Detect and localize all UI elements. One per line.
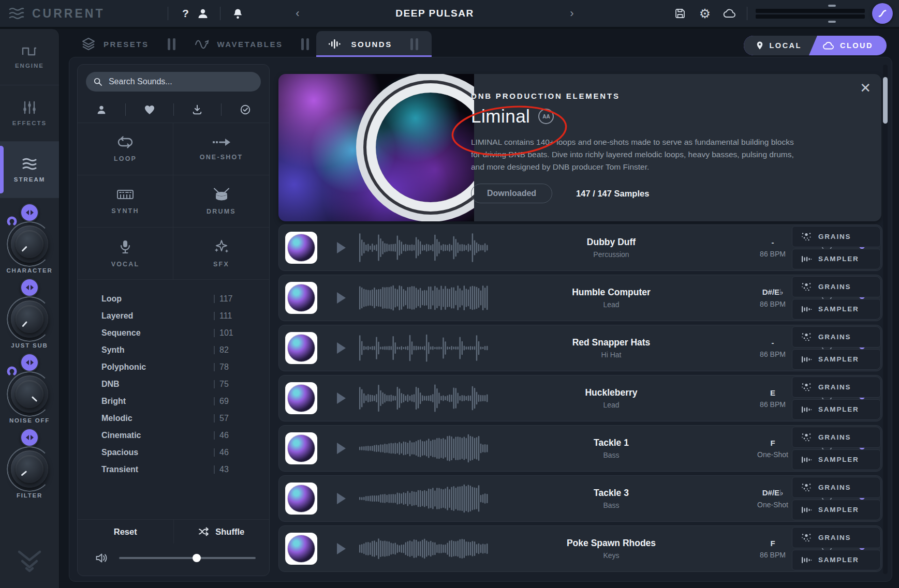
waveform[interactable] <box>359 434 489 463</box>
tag-filter-item[interactable]: Cinematic 46 <box>101 427 241 444</box>
tag-filter-item[interactable]: Polyphonic 78 <box>101 358 241 375</box>
tag-filter-item[interactable]: Transient 43 <box>101 461 241 478</box>
downloaded-button[interactable]: Downloaded <box>471 184 552 203</box>
reset-button[interactable]: Reset <box>78 520 173 544</box>
sample-row[interactable]: Dubby Duff Percussion - 86 BPM <box>278 224 882 271</box>
tag-count-divider <box>214 397 215 405</box>
macro-knob[interactable] <box>11 300 48 338</box>
sampler-button[interactable]: SAMPLER <box>792 349 881 370</box>
slider-handle[interactable] <box>828 5 836 7</box>
sample-row[interactable]: Tackle 3 Bass D#/E♭ One-Shot G <box>278 475 882 522</box>
my-sounds-filter-icon[interactable] <box>78 104 125 115</box>
preview-volume-slider[interactable] <box>119 557 256 559</box>
sampler-button[interactable]: SAMPLER <box>792 399 881 420</box>
filter-one-shot[interactable]: ONE-SHOT <box>173 123 269 175</box>
sample-row[interactable]: Red Snapper Hats Hi Hat - 86 BPM <box>278 325 882 371</box>
sampler-button[interactable]: SAMPLER <box>792 500 881 521</box>
sample-row[interactable]: Humble Computer Lead D#/E♭ 86 BPM <box>278 275 882 321</box>
close-icon[interactable]: ✕ <box>860 81 871 95</box>
sampler-button[interactable]: SAMPLER <box>792 449 881 471</box>
waveform[interactable] <box>359 484 489 513</box>
sample-row[interactable]: Tackle 1 Bass F One-Shot GRAIN <box>278 425 882 472</box>
grains-button[interactable]: GRAINS <box>792 527 881 548</box>
volume-slider-thumb[interactable] <box>193 554 201 562</box>
play-button[interactable] <box>337 493 346 504</box>
tag-filter-item[interactable]: Synth 82 <box>101 341 241 358</box>
slider-handle[interactable] <box>828 21 836 23</box>
search-input[interactable] <box>108 77 254 87</box>
tab-sounds[interactable]: SOUNDS <box>316 31 431 57</box>
waveform[interactable] <box>359 233 489 262</box>
sample-row[interactable]: Huckleberry Lead E 86 BPM GRAI <box>278 375 882 421</box>
sampler-button[interactable]: SAMPLER <box>792 299 881 320</box>
tag-filter-item[interactable]: Spacious 46 <box>101 444 241 461</box>
tag-filter-item[interactable]: Melodic 57 <box>101 410 241 427</box>
filter-sfx[interactable]: SFX <box>173 228 269 280</box>
tag-filter-item[interactable]: Layered 111 <box>101 307 241 324</box>
tag-filter-item[interactable]: Sequence 101 <box>101 324 241 341</box>
save-preset-icon[interactable] <box>671 5 689 22</box>
play-button[interactable] <box>337 443 346 454</box>
help-button[interactable]: ? <box>176 5 194 22</box>
speaker-icon[interactable] <box>95 552 109 564</box>
grains-button[interactable]: GRAINS <box>792 276 881 297</box>
sidebar-item-effects[interactable]: EFFECTS <box>0 85 59 142</box>
play-button[interactable] <box>337 342 346 354</box>
filter-synth[interactable]: SYNTH <box>78 175 173 228</box>
preset-next-button[interactable]: › <box>564 7 580 20</box>
play-button[interactable] <box>337 242 346 253</box>
sample-row[interactable]: Poke Spawn Rhodes Keys F 86 BPM <box>278 525 882 572</box>
preset-name[interactable]: DEEP PULSAR <box>395 8 474 19</box>
macro-knob[interactable] <box>11 225 48 263</box>
tag-filter-item[interactable]: Bright 69 <box>101 393 241 410</box>
notifications-bell-icon[interactable] <box>229 5 246 22</box>
downloaded-filter-icon[interactable] <box>174 104 222 115</box>
waveform[interactable] <box>359 534 489 563</box>
macro-range-button[interactable] <box>20 278 39 297</box>
play-button[interactable] <box>337 393 346 404</box>
user-account-icon[interactable] <box>194 5 212 22</box>
tab-wavetables[interactable]: WAVETABLES <box>183 31 294 57</box>
installed-filter-icon[interactable] <box>222 104 269 115</box>
macro-range-button[interactable] <box>20 353 39 372</box>
sampler-button[interactable]: SAMPLER <box>792 550 881 571</box>
filter-drums[interactable]: DRUMS <box>173 175 269 228</box>
settings-gear-icon[interactable]: ⚙ <box>696 5 714 22</box>
play-button[interactable] <box>337 292 346 304</box>
sample-tempo: 86 BPM <box>760 350 786 358</box>
macro-knob[interactable] <box>11 375 48 413</box>
waveform[interactable] <box>359 384 489 413</box>
local-source-button[interactable]: LOCAL <box>744 36 817 55</box>
cloud-source-button[interactable]: CLOUD <box>813 36 887 55</box>
master-output-slider[interactable] <box>756 0 865 27</box>
scrollbar-thumb[interactable] <box>883 77 888 124</box>
tag-filter-item[interactable]: Loop 117 <box>101 290 241 307</box>
waveform[interactable] <box>359 334 489 363</box>
tag-count: 69 <box>219 397 241 406</box>
search-box[interactable] <box>86 72 261 92</box>
grains-button[interactable]: GRAINS <box>792 226 881 247</box>
grains-button[interactable]: GRAINS <box>792 376 881 398</box>
curve-mode-button[interactable] <box>872 3 893 24</box>
grains-button[interactable]: GRAINS <box>792 477 881 498</box>
artist-badge[interactable]: AA <box>538 109 554 124</box>
filter-loop[interactable]: LOOP <box>78 123 173 175</box>
tab-presets[interactable]: PRESETS <box>70 31 160 57</box>
sidebar-item-engine[interactable]: ENGINE <box>0 29 59 85</box>
waveform[interactable] <box>359 283 489 312</box>
sampler-button[interactable]: SAMPLER <box>792 249 881 270</box>
macro-range-button[interactable] <box>20 203 39 222</box>
grains-button[interactable]: GRAINS <box>792 326 881 348</box>
shuffle-button[interactable]: Shuffle <box>174 520 270 544</box>
grains-button[interactable]: GRAINS <box>792 427 881 448</box>
cloud-sync-icon[interactable] <box>721 5 739 22</box>
play-button[interactable] <box>337 543 346 554</box>
favorites-filter-icon[interactable] <box>126 104 173 115</box>
tag-filter-item[interactable]: DNB 75 <box>101 375 241 393</box>
macro-knob[interactable] <box>11 450 48 488</box>
filter-vocal[interactable]: VOCAL <box>78 228 173 280</box>
macro-range-button[interactable] <box>20 428 39 447</box>
scrollbar-track[interactable] <box>883 65 888 574</box>
preset-prev-button[interactable]: ‹ <box>290 7 305 20</box>
sidebar-item-stream[interactable]: STREAM <box>0 142 59 198</box>
